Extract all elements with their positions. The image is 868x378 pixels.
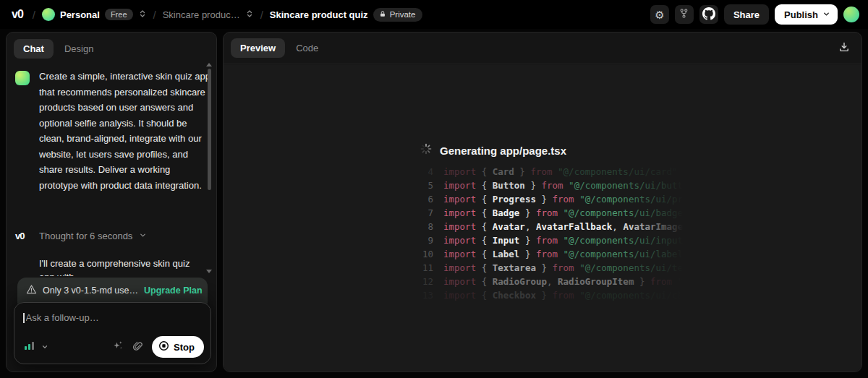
assistant-message: I'll create a comprehensive skin quiz — [39, 256, 211, 272]
chevron-down-icon — [41, 340, 48, 353]
private-badge-label: Private — [390, 10, 416, 19]
enhance-prompt-button[interactable] — [112, 340, 124, 354]
page-title: Skincare product quiz — [270, 9, 368, 20]
code-line-9: 9import { Input } from "@/components/ui/… — [419, 233, 723, 247]
tab-code[interactable]: Code — [286, 38, 328, 58]
chevron-updown-icon — [138, 8, 147, 21]
text-caret — [23, 313, 25, 323]
github-button[interactable] — [699, 5, 718, 24]
code-block: 4import { Card } from "@/components/ui/c… — [419, 165, 723, 302]
chat-scrollbar-thumb[interactable] — [208, 69, 211, 190]
code-line-13: 13import { Checkbox } from "@/components… — [419, 288, 723, 302]
tab-preview[interactable]: Preview — [231, 38, 285, 58]
plan-badge: Free — [105, 9, 133, 20]
preview-header: PreviewCode — [224, 33, 861, 64]
code-line-11: 11import { Textarea } from "@/components… — [419, 261, 723, 275]
publish-button[interactable]: Publish — [775, 4, 838, 25]
stop-label: Stop — [174, 342, 195, 353]
download-button[interactable] — [834, 38, 854, 59]
scroll-up-arrow[interactable] — [206, 63, 212, 66]
preview-tabs: PreviewCode — [231, 33, 328, 64]
code-line-6: 6import { Progress } from "@/components/… — [419, 192, 723, 206]
topbar-actions: ⚙ Share Publish — [650, 4, 859, 25]
followup-input[interactable] — [26, 312, 203, 323]
project-breadcrumb: Skincare produc… — [163, 9, 240, 20]
sparkles-icon — [112, 340, 124, 354]
topbar: v0 / Personal Free / Skincare produc… / … — [0, 0, 868, 29]
download-icon — [838, 41, 850, 55]
model-selector[interactable] — [22, 338, 50, 356]
chevron-down-icon — [139, 229, 147, 242]
chevron-down-icon — [822, 9, 830, 20]
user-message: Create a simple, interactive skin quiz a… — [39, 69, 211, 193]
lock-icon — [379, 10, 386, 20]
fork-icon — [678, 8, 689, 21]
chat-panel: ChatDesign Create a simple, interactive … — [6, 32, 217, 372]
composer-toolbar: Stop — [22, 336, 204, 358]
share-button[interactable]: Share — [724, 4, 769, 25]
usage-alert: Only 3 v0-1.5-md use… Upgrade Plan — [17, 278, 208, 304]
preview-panel: PreviewCode Generating app/pa — [223, 32, 862, 372]
followup-input-row — [14, 303, 210, 323]
thought-label: Thought for 6 seconds — [39, 231, 132, 241]
tab-chat[interactable]: Chat — [14, 39, 54, 59]
workspace-avatar — [42, 8, 55, 21]
code-line-7: 7import { Badge } from "@/components/ui/… — [419, 206, 723, 220]
github-icon — [702, 7, 715, 22]
warning-icon — [26, 284, 37, 298]
loading-spinner-icon — [420, 143, 432, 158]
attach-file-button[interactable] — [132, 340, 143, 354]
account-avatar[interactable] — [843, 7, 859, 22]
fork-button[interactable] — [675, 5, 694, 24]
followup-input-card: Stop — [14, 302, 211, 364]
generating-title: Generating app/page.tsx — [440, 145, 566, 157]
assistant-message-clipped: app with… — [39, 272, 205, 276]
model-usage-bars-icon — [24, 340, 35, 353]
private-badge: Private — [373, 8, 423, 22]
v0-assistant-icon: v0 — [15, 231, 33, 241]
workspace-name: Personal — [60, 9, 100, 20]
code-line-12: 12import { RadioGroup, RadioGroupItem } … — [419, 275, 723, 288]
breadcrumb-separator: / — [33, 9, 35, 21]
breadcrumb-separator: / — [260, 9, 263, 21]
v0-logo[interactable]: v0 — [9, 7, 26, 22]
stop-icon — [158, 340, 169, 353]
paperclip-icon — [132, 340, 143, 354]
thought-toggle[interactable]: v0 Thought for 6 seconds — [15, 229, 147, 242]
chat-tabs: ChatDesign — [7, 33, 216, 64]
project-title-group: Skincare product quiz Private — [270, 8, 423, 22]
project-switcher[interactable]: Skincare produc… — [163, 8, 254, 21]
upgrade-plan-link[interactable]: Upgrade Plan — [144, 285, 203, 296]
code-line-4: 4import { Card } from "@/components/ui/c… — [419, 165, 723, 179]
workspace-switcher[interactable]: Personal Free — [42, 8, 147, 21]
gear-icon: ⚙ — [655, 9, 664, 20]
tab-design[interactable]: Design — [55, 39, 103, 59]
code-line-5: 5import { Button } from "@/components/ui… — [419, 179, 723, 192]
publish-label: Publish — [784, 9, 818, 20]
code-line-10: 10import { Label } from "@/components/ui… — [419, 247, 723, 261]
generation-preview: Generating app/page.tsx 4import { Card }… — [224, 65, 861, 371]
composer: Only 3 v0-1.5-md use… Upgrade Plan — [14, 278, 211, 364]
usage-alert-text: Only 3 v0-1.5-md use… — [43, 285, 138, 296]
scroll-down-arrow[interactable] — [206, 270, 212, 273]
settings-button[interactable]: ⚙ — [650, 5, 669, 24]
generating-status: Generating app/page.tsx — [420, 143, 566, 158]
stop-button[interactable]: Stop — [152, 336, 204, 358]
user-avatar — [15, 71, 30, 85]
chevron-updown-icon — [245, 8, 254, 21]
breadcrumb-separator: / — [153, 9, 156, 21]
code-line-8: 8import { Avatar, AvatarFallback, Avatar… — [419, 220, 723, 233]
